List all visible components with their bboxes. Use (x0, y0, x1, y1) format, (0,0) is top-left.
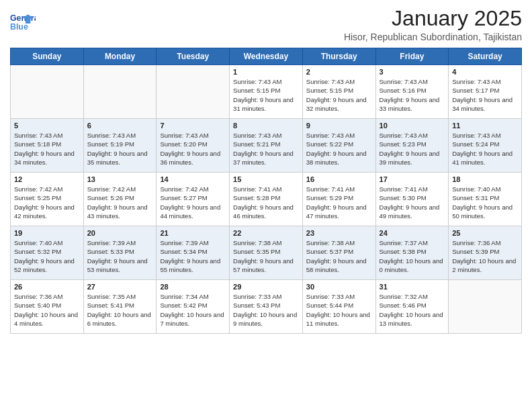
day-cell-3-4: 23Sunrise: 7:38 AM Sunset: 5:37 PM Dayli… (302, 226, 375, 280)
svg-text:Blue: Blue (10, 22, 28, 32)
day-cell-0-2 (157, 65, 230, 119)
calendar-table: Sunday Monday Tuesday Wednesday Thursday… (10, 48, 522, 334)
day-number-0-6: 4 (452, 68, 518, 76)
day-cell-3-0: 19Sunrise: 7:40 AM Sunset: 5:32 PM Dayli… (11, 226, 84, 280)
day-number-1-1: 6 (87, 122, 153, 130)
header-monday: Monday (83, 48, 157, 65)
day-cell-2-6: 18Sunrise: 7:40 AM Sunset: 5:31 PM Dayli… (449, 173, 522, 226)
title-block: January 2025 Hisor, Republican Subordina… (344, 7, 522, 42)
header-wednesday: Wednesday (230, 48, 303, 65)
day-number-4-5: 31 (380, 283, 445, 291)
calendar-header-row: Sunday Monday Tuesday Wednesday Thursday… (11, 48, 522, 65)
day-cell-4-4: 30Sunrise: 7:33 AM Sunset: 5:44 PM Dayli… (302, 280, 375, 334)
header-thursday: Thursday (302, 48, 375, 65)
header-sunday: Sunday (11, 48, 84, 65)
week-row-3: 19Sunrise: 7:40 AM Sunset: 5:32 PM Dayli… (11, 226, 522, 280)
day-cell-2-3: 15Sunrise: 7:41 AM Sunset: 5:28 PM Dayli… (230, 173, 303, 226)
day-number-1-6: 11 (452, 122, 518, 130)
subtitle: Hisor, Republican Subordination, Tajikis… (344, 32, 522, 42)
day-info-2-2: Sunrise: 7:42 AM Sunset: 5:27 PM Dayligh… (160, 185, 226, 220)
day-cell-4-6 (449, 280, 522, 334)
day-number-0-3: 1 (233, 68, 299, 76)
day-number-2-0: 12 (14, 175, 80, 183)
day-number-4-1: 27 (87, 283, 153, 291)
day-number-1-3: 8 (233, 122, 299, 130)
day-cell-2-1: 13Sunrise: 7:42 AM Sunset: 5:26 PM Dayli… (83, 173, 157, 226)
day-cell-0-0 (11, 65, 84, 119)
day-cell-1-6: 11Sunrise: 7:43 AM Sunset: 5:24 PM Dayli… (449, 119, 522, 173)
day-cell-2-5: 17Sunrise: 7:41 AM Sunset: 5:30 PM Dayli… (375, 173, 449, 226)
day-number-2-6: 18 (452, 175, 518, 183)
day-cell-2-0: 12Sunrise: 7:42 AM Sunset: 5:25 PM Dayli… (11, 173, 84, 226)
day-cell-3-1: 20Sunrise: 7:39 AM Sunset: 5:33 PM Dayli… (83, 226, 157, 280)
day-number-4-3: 29 (233, 283, 299, 291)
day-info-4-4: Sunrise: 7:33 AM Sunset: 5:44 PM Dayligh… (306, 292, 372, 328)
day-cell-0-1 (83, 65, 157, 119)
month-title: January 2025 (344, 7, 522, 30)
header-saturday: Saturday (449, 48, 522, 65)
day-info-1-0: Sunrise: 7:43 AM Sunset: 5:18 PM Dayligh… (14, 131, 80, 167)
day-info-2-4: Sunrise: 7:41 AM Sunset: 5:29 PM Dayligh… (306, 185, 372, 220)
day-cell-3-5: 24Sunrise: 7:37 AM Sunset: 5:38 PM Dayli… (375, 226, 449, 280)
day-cell-0-4: 2Sunrise: 7:43 AM Sunset: 5:15 PM Daylig… (302, 65, 375, 119)
day-info-0-4: Sunrise: 7:43 AM Sunset: 5:15 PM Dayligh… (306, 77, 372, 113)
day-cell-3-3: 22Sunrise: 7:38 AM Sunset: 5:35 PM Dayli… (230, 226, 303, 280)
day-info-4-0: Sunrise: 7:36 AM Sunset: 5:40 PM Dayligh… (14, 292, 80, 328)
day-cell-4-2: 28Sunrise: 7:34 AM Sunset: 5:42 PM Dayli… (157, 280, 230, 334)
day-cell-3-2: 21Sunrise: 7:39 AM Sunset: 5:34 PM Dayli… (157, 226, 230, 280)
day-number-2-4: 16 (306, 175, 372, 183)
day-number-1-2: 7 (160, 122, 226, 130)
day-info-1-5: Sunrise: 7:43 AM Sunset: 5:23 PM Dayligh… (380, 131, 445, 167)
day-info-1-2: Sunrise: 7:43 AM Sunset: 5:20 PM Dayligh… (160, 131, 226, 167)
day-number-2-1: 13 (87, 175, 153, 183)
day-cell-1-5: 10Sunrise: 7:43 AM Sunset: 5:23 PM Dayli… (375, 119, 449, 173)
day-info-4-5: Sunrise: 7:32 AM Sunset: 5:46 PM Dayligh… (380, 292, 445, 328)
day-number-1-5: 10 (380, 122, 445, 130)
page: General Blue January 2025 Hisor, Republi… (0, 0, 532, 411)
day-number-3-4: 23 (306, 229, 372, 237)
day-cell-0-5: 3Sunrise: 7:43 AM Sunset: 5:16 PM Daylig… (375, 65, 449, 119)
header-friday: Friday (375, 48, 449, 65)
day-cell-0-6: 4Sunrise: 7:43 AM Sunset: 5:17 PM Daylig… (449, 65, 522, 119)
day-info-0-3: Sunrise: 7:43 AM Sunset: 5:15 PM Dayligh… (233, 77, 299, 113)
day-cell-2-4: 16Sunrise: 7:41 AM Sunset: 5:29 PM Dayli… (302, 173, 375, 226)
day-info-3-2: Sunrise: 7:39 AM Sunset: 5:34 PM Dayligh… (160, 238, 226, 274)
day-info-2-6: Sunrise: 7:40 AM Sunset: 5:31 PM Dayligh… (452, 185, 518, 220)
day-info-3-5: Sunrise: 7:37 AM Sunset: 5:38 PM Dayligh… (380, 238, 445, 274)
day-cell-4-1: 27Sunrise: 7:35 AM Sunset: 5:41 PM Dayli… (83, 280, 157, 334)
day-cell-1-3: 8Sunrise: 7:43 AM Sunset: 5:21 PM Daylig… (230, 119, 303, 173)
day-number-1-4: 9 (306, 122, 372, 130)
day-number-3-6: 25 (452, 229, 518, 237)
header: General Blue January 2025 Hisor, Republi… (10, 7, 522, 42)
day-number-2-2: 14 (160, 175, 226, 183)
week-row-4: 26Sunrise: 7:36 AM Sunset: 5:40 PM Dayli… (11, 280, 522, 334)
day-info-1-3: Sunrise: 7:43 AM Sunset: 5:21 PM Dayligh… (233, 131, 299, 167)
day-number-2-5: 17 (380, 175, 445, 183)
day-info-1-4: Sunrise: 7:43 AM Sunset: 5:22 PM Dayligh… (306, 131, 372, 167)
day-info-0-6: Sunrise: 7:43 AM Sunset: 5:17 PM Dayligh… (452, 77, 518, 113)
day-cell-1-1: 6Sunrise: 7:43 AM Sunset: 5:19 PM Daylig… (83, 119, 157, 173)
day-cell-1-4: 9Sunrise: 7:43 AM Sunset: 5:22 PM Daylig… (302, 119, 375, 173)
day-number-3-2: 21 (160, 229, 226, 237)
day-number-4-4: 30 (306, 283, 372, 291)
day-info-4-2: Sunrise: 7:34 AM Sunset: 5:42 PM Dayligh… (160, 292, 226, 328)
day-cell-0-3: 1Sunrise: 7:43 AM Sunset: 5:15 PM Daylig… (230, 65, 303, 119)
day-number-0-4: 2 (306, 68, 372, 76)
day-info-2-0: Sunrise: 7:42 AM Sunset: 5:25 PM Dayligh… (14, 185, 80, 220)
day-info-2-1: Sunrise: 7:42 AM Sunset: 5:26 PM Dayligh… (87, 185, 153, 220)
day-cell-4-0: 26Sunrise: 7:36 AM Sunset: 5:40 PM Dayli… (11, 280, 84, 334)
day-number-3-0: 19 (14, 229, 80, 237)
day-info-4-1: Sunrise: 7:35 AM Sunset: 5:41 PM Dayligh… (87, 292, 153, 328)
day-number-2-3: 15 (233, 175, 299, 183)
logo: General Blue (10, 9, 36, 35)
day-number-3-5: 24 (380, 229, 445, 237)
week-row-2: 12Sunrise: 7:42 AM Sunset: 5:25 PM Dayli… (11, 173, 522, 226)
day-cell-1-2: 7Sunrise: 7:43 AM Sunset: 5:20 PM Daylig… (157, 119, 230, 173)
day-number-0-5: 3 (380, 68, 445, 76)
day-cell-1-0: 5Sunrise: 7:43 AM Sunset: 5:18 PM Daylig… (11, 119, 84, 173)
day-cell-2-2: 14Sunrise: 7:42 AM Sunset: 5:27 PM Dayli… (157, 173, 230, 226)
day-info-3-4: Sunrise: 7:38 AM Sunset: 5:37 PM Dayligh… (306, 238, 372, 274)
day-cell-4-3: 29Sunrise: 7:33 AM Sunset: 5:43 PM Dayli… (230, 280, 303, 334)
day-number-4-2: 28 (160, 283, 226, 291)
week-row-1: 5Sunrise: 7:43 AM Sunset: 5:18 PM Daylig… (11, 119, 522, 173)
